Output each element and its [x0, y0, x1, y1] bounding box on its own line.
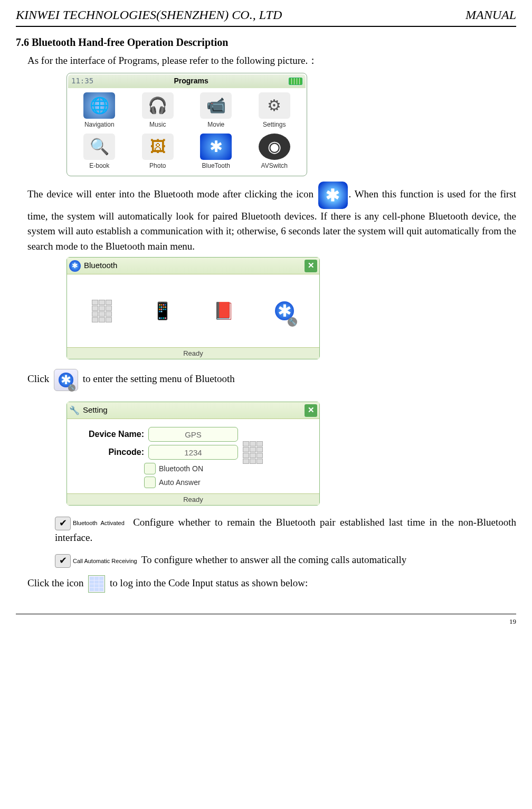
app-label: AVSwitch — [261, 162, 288, 169]
page-header: KINWEI TECHNOLOGIES(SHENZHEN) CO., LTD M… — [16, 5, 516, 27]
auto-answer-checkbox[interactable] — [144, 477, 156, 488]
para1: The device will enter into the Bluetooth… — [16, 182, 516, 254]
bluetooth-on-label: Bluetooth ON — [159, 463, 203, 474]
bluetooth-activated-label: Bluetooth Activated — [73, 520, 125, 526]
bluetooth-icon[interactable]: ✱ — [318, 182, 348, 209]
page-footer: 19 — [16, 614, 516, 627]
app-label: Music — [149, 121, 166, 128]
setting-title: Setting — [83, 404, 108, 416]
option1: ✔Bluetooth Activated Configure whether t… — [16, 515, 516, 545]
phonebook-icon[interactable]: 📕 — [209, 296, 239, 326]
bt-settings-icon[interactable]: ✱🔧 — [54, 369, 78, 391]
doc-label: MANUAL — [466, 5, 516, 24]
app-label: Navigation — [84, 121, 115, 128]
app-movie[interactable]: 📹Movie — [189, 92, 243, 129]
programs-title: Programs — [174, 75, 208, 87]
call-auto-receiving-label: Call Automatic Receiving — [73, 558, 137, 564]
company-name: KINWEI TECHNOLOGIES(SHENZHEN) CO., LTD — [16, 5, 282, 24]
pincode-label: Pincode: — [75, 446, 144, 459]
click2b: to log into the Code Input status as sho… — [110, 577, 308, 588]
click2: Click the icon to log into the Code Inpu… — [16, 575, 516, 593]
bluetooth-main-window: ✱ Bluetooth ✕ 📱 📕 ✱🔧 Ready — [66, 257, 320, 359]
click-sentence: Click ✱🔧 to enter the setting menu of Bl… — [16, 369, 516, 391]
close-button[interactable]: ✕ — [305, 404, 317, 417]
bt-body: 📱 📕 ✱🔧 — [67, 274, 319, 347]
app-avswitch[interactable]: ◉AVSwitch — [248, 134, 302, 170]
clock: 11:35 — [71, 75, 93, 87]
device-name-label: Device Name: — [75, 428, 144, 441]
programs-screenshot: 11:35 Programs 🌐Navigation 🎧Music 📹Movie… — [66, 73, 307, 176]
click2a: Click the icon — [27, 577, 84, 588]
keypad-button[interactable] — [242, 444, 263, 460]
bluetooth-icon: ✱ — [200, 134, 232, 160]
checkbox-icon: ✔ — [55, 517, 71, 530]
page-number: 19 — [509, 617, 516, 625]
setting-titlebar: 🔧 Setting ✕ — [67, 402, 319, 419]
app-label: Settings — [263, 121, 286, 128]
app-bluetooth[interactable]: ✱BlueTooth — [189, 134, 243, 170]
keypad-icon[interactable] — [87, 296, 117, 326]
device-name-field[interactable]: GPS — [148, 427, 238, 442]
section-num: 7.6 — [16, 36, 29, 48]
pincode-field[interactable]: 1234 — [148, 445, 238, 460]
bt-status: Ready — [67, 347, 319, 359]
switch-icon: ◉ — [259, 134, 290, 160]
bluetooth-icon: ✱ — [69, 260, 81, 272]
setting-body: Device Name: GPS Pincode: 1234 Bluetooth… — [67, 419, 319, 493]
intro-text: As for the interface of Programs, please… — [16, 53, 516, 69]
bt-setting-window: 🔧 Setting ✕ Device Name: GPS Pincode: 12… — [66, 402, 320, 506]
magnifier-icon: 🔍 — [83, 134, 115, 160]
setting-status: Ready — [67, 493, 319, 505]
app-grid: 🌐Navigation 🎧Music 📹Movie ⚙Settings 🔍E-b… — [68, 88, 306, 175]
app-label: Movie — [207, 121, 224, 128]
headphones-icon: 🎧 — [142, 92, 174, 119]
click-b: to enter the setting menu of Bluetooth — [83, 373, 235, 384]
option2-text: To configure whether to answer all the c… — [141, 554, 407, 565]
globe-icon: 🌐 — [83, 92, 115, 119]
app-label: E-book — [89, 162, 109, 169]
keypad-icon[interactable] — [88, 575, 105, 593]
option2: ✔Call Automatic ReceivingTo configure wh… — [16, 553, 516, 568]
app-label: BlueTooth — [202, 162, 230, 169]
app-navigation[interactable]: 🌐Navigation — [72, 92, 127, 129]
battery-icon — [289, 78, 302, 85]
bt-settings-icon[interactable]: ✱🔧 — [270, 296, 299, 326]
section-heading: Bluetooth Hand-free Operation Descriptio… — [32, 36, 228, 48]
app-ebook[interactable]: 🔍E-book — [72, 134, 127, 170]
app-settings[interactable]: ⚙Settings — [248, 92, 302, 129]
redial-icon[interactable]: 📱 — [148, 296, 177, 326]
app-label: Photo — [149, 162, 166, 169]
picture-icon: 🖼 — [142, 134, 174, 160]
bt-title: Bluetooth — [84, 260, 117, 272]
para1a: The device will enter into the Bluetooth… — [27, 188, 314, 199]
app-music[interactable]: 🎧Music — [131, 92, 185, 129]
gear-icon: ⚙ — [259, 92, 290, 119]
auto-answer-label: Auto Answer — [159, 477, 201, 488]
bt-titlebar: ✱ Bluetooth ✕ — [67, 258, 319, 274]
app-photo[interactable]: 🖼Photo — [131, 134, 185, 170]
section-title: 7.6 Bluetooth Hand-free Operation Descri… — [16, 34, 516, 50]
click-a: Click — [27, 373, 49, 384]
close-button[interactable]: ✕ — [305, 260, 317, 272]
programs-titlebar: 11:35 Programs — [68, 74, 306, 88]
wrench-icon: 🔧 — [69, 404, 80, 417]
bluetooth-on-checkbox[interactable] — [144, 463, 156, 474]
camera-icon: 📹 — [200, 92, 232, 119]
checkbox-icon: ✔ — [55, 554, 71, 568]
